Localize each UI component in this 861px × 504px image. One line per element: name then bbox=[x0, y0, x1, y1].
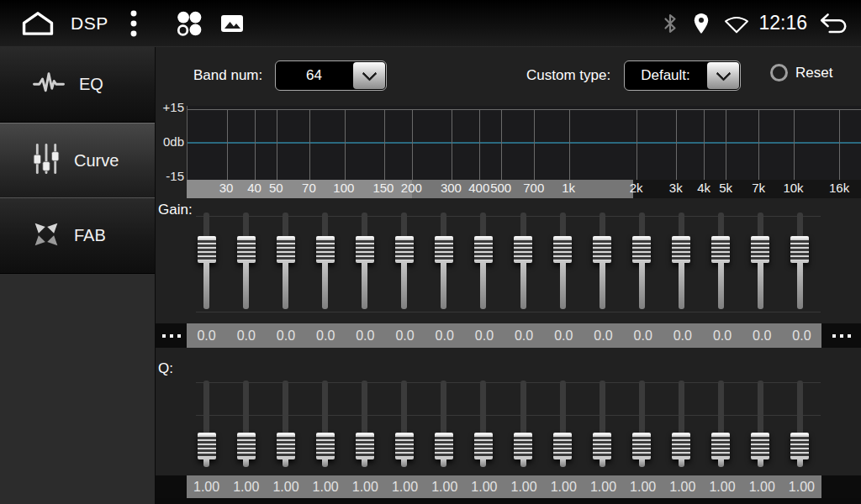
slider-thumb[interactable] bbox=[237, 236, 256, 263]
q-slider[interactable] bbox=[583, 378, 622, 473]
slider-thumb[interactable] bbox=[632, 236, 651, 263]
slider-track-top[interactable] bbox=[679, 213, 684, 236]
gain-slider[interactable] bbox=[463, 210, 503, 318]
gain-more-left-button[interactable] bbox=[156, 323, 187, 348]
gain-more-right-button[interactable] bbox=[821, 323, 861, 348]
q-slider[interactable] bbox=[662, 378, 701, 473]
slider-thumb[interactable] bbox=[672, 236, 690, 263]
gain-slider[interactable] bbox=[187, 210, 226, 318]
slider-track-bottom[interactable] bbox=[520, 459, 526, 467]
slider-thumb[interactable] bbox=[593, 433, 611, 459]
slider-track-top[interactable] bbox=[243, 213, 249, 236]
chevron-down-icon[interactable] bbox=[707, 62, 739, 89]
slider-track-bottom[interactable] bbox=[758, 263, 763, 309]
slider-track-top[interactable] bbox=[639, 213, 645, 236]
slider-track-top[interactable] bbox=[401, 213, 407, 236]
slider-track-top[interactable] bbox=[797, 381, 803, 433]
q-slider[interactable] bbox=[741, 378, 780, 473]
slider-track-top[interactable] bbox=[520, 213, 526, 236]
slider-thumb[interactable] bbox=[277, 433, 295, 459]
slider-thumb[interactable] bbox=[316, 236, 335, 263]
slider-track-bottom[interactable] bbox=[243, 459, 249, 467]
slider-thumb[interactable] bbox=[790, 433, 809, 459]
slider-track-bottom[interactable] bbox=[441, 263, 446, 309]
slider-track-bottom[interactable] bbox=[441, 459, 446, 467]
slider-track-top[interactable] bbox=[322, 381, 328, 433]
q-slider[interactable] bbox=[384, 378, 424, 473]
home-icon[interactable] bbox=[10, 0, 66, 47]
q-slider[interactable] bbox=[424, 378, 463, 473]
slider-track-bottom[interactable] bbox=[283, 459, 288, 467]
slider-track-top[interactable] bbox=[758, 381, 763, 433]
q-slider[interactable] bbox=[622, 378, 662, 473]
apps-clover-icon[interactable] bbox=[167, 0, 211, 47]
slider-thumb[interactable] bbox=[356, 236, 374, 263]
slider-track-bottom[interactable] bbox=[362, 459, 367, 467]
q-slider[interactable] bbox=[345, 378, 384, 473]
frequency-axis[interactable]: 304050701001502003004005007001k2k3k4k5k7… bbox=[187, 180, 861, 198]
gain-slider[interactable] bbox=[780, 210, 820, 318]
gain-slider[interactable] bbox=[504, 210, 543, 318]
slider-track-bottom[interactable] bbox=[797, 459, 803, 467]
slider-track-top[interactable] bbox=[560, 213, 566, 236]
slider-track-bottom[interactable] bbox=[362, 263, 367, 309]
slider-thumb[interactable] bbox=[356, 433, 374, 459]
slider-track-top[interactable] bbox=[362, 213, 367, 236]
slider-thumb[interactable] bbox=[751, 433, 769, 459]
slider-thumb[interactable] bbox=[553, 433, 572, 459]
slider-thumb[interactable] bbox=[672, 433, 690, 459]
slider-thumb[interactable] bbox=[395, 433, 414, 459]
slider-track-top[interactable] bbox=[243, 381, 249, 433]
eq-curve-graph[interactable] bbox=[187, 106, 861, 180]
slider-track-top[interactable] bbox=[520, 381, 526, 433]
slider-track-bottom[interactable] bbox=[560, 263, 566, 309]
q-slider[interactable] bbox=[305, 378, 345, 473]
q-slider[interactable] bbox=[701, 378, 741, 473]
slider-track-top[interactable] bbox=[639, 381, 645, 433]
slider-track-top[interactable] bbox=[797, 213, 803, 236]
slider-track-top[interactable] bbox=[441, 213, 446, 236]
slider-track-top[interactable] bbox=[480, 213, 486, 236]
slider-track-top[interactable] bbox=[600, 213, 605, 236]
back-icon[interactable] bbox=[819, 0, 849, 47]
slider-thumb[interactable] bbox=[553, 236, 572, 263]
slider-track-bottom[interactable] bbox=[679, 459, 684, 467]
slider-track-top[interactable] bbox=[718, 213, 724, 236]
menu-dots-icon[interactable] bbox=[115, 0, 152, 47]
gain-slider[interactable] bbox=[384, 210, 424, 318]
gain-slider[interactable] bbox=[741, 210, 780, 318]
slider-thumb[interactable] bbox=[198, 433, 216, 459]
slider-track-top[interactable] bbox=[283, 213, 288, 236]
slider-track-top[interactable] bbox=[362, 381, 367, 433]
gain-slider[interactable] bbox=[305, 210, 345, 318]
slider-track-top[interactable] bbox=[679, 381, 684, 433]
q-slider[interactable] bbox=[780, 378, 820, 473]
reset-control[interactable]: Reset bbox=[770, 64, 832, 81]
slider-thumb[interactable] bbox=[474, 433, 493, 459]
slider-track-bottom[interactable] bbox=[243, 263, 249, 309]
slider-thumb[interactable] bbox=[514, 236, 532, 263]
slider-track-top[interactable] bbox=[322, 213, 328, 236]
slider-track-bottom[interactable] bbox=[600, 459, 605, 467]
sidebar-item-fab[interactable]: FAB bbox=[0, 198, 155, 274]
gallery-icon[interactable] bbox=[213, 0, 251, 47]
slider-track-top[interactable] bbox=[203, 213, 209, 236]
gain-slider[interactable] bbox=[701, 210, 741, 318]
slider-thumb[interactable] bbox=[395, 236, 414, 263]
slider-track-bottom[interactable] bbox=[283, 263, 288, 309]
slider-track-bottom[interactable] bbox=[679, 263, 684, 309]
slider-track-bottom[interactable] bbox=[322, 459, 328, 467]
slider-track-top[interactable] bbox=[718, 381, 724, 433]
slider-track-bottom[interactable] bbox=[520, 263, 526, 309]
q-slider[interactable] bbox=[187, 378, 226, 473]
gain-slider[interactable] bbox=[226, 210, 266, 318]
slider-thumb[interactable] bbox=[277, 236, 295, 263]
q-slider[interactable] bbox=[504, 378, 543, 473]
slider-thumb[interactable] bbox=[593, 236, 611, 263]
q-slider[interactable] bbox=[543, 378, 583, 473]
slider-track-bottom[interactable] bbox=[758, 459, 763, 467]
slider-thumb[interactable] bbox=[751, 236, 769, 263]
slider-track-top[interactable] bbox=[480, 381, 486, 433]
slider-thumb[interactable] bbox=[316, 433, 335, 459]
custom-type-dropdown[interactable]: Default: bbox=[624, 60, 741, 91]
